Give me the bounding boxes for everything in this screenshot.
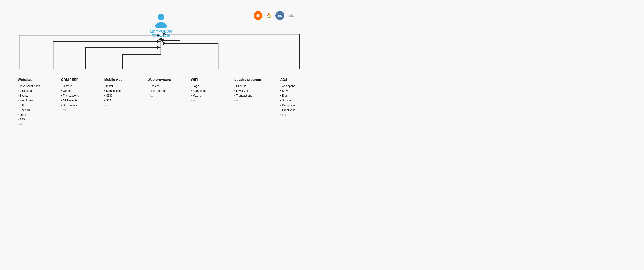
col-loyalty: Loyalty program Client id Loyalty id Tra… — [234, 78, 261, 103]
col-item: Client id — [234, 84, 261, 89]
col-item: Logs — [191, 84, 215, 89]
columns-row: Websites Java script track Clickstream E… — [0, 78, 322, 127]
col-item: Loyalty id — [234, 89, 261, 93]
col-item: Sign in logs — [104, 89, 128, 93]
col-item-etc: etc — [61, 108, 85, 113]
google-ads-logo — [264, 11, 273, 20]
col-item: Auth page — [191, 89, 215, 93]
col-item-etc: etc — [148, 93, 172, 98]
col-item: Web forms — [18, 98, 42, 103]
col-item: Creative id — [280, 108, 304, 113]
col-item: Source — [280, 98, 304, 103]
col-item: Orders — [61, 89, 85, 93]
col-wifi: WiFi Logs Auth page Mac id etc — [191, 78, 215, 103]
svg-point-2 — [268, 17, 270, 18]
profile-icon — [153, 12, 169, 28]
col-item: Local storage — [148, 89, 172, 93]
col-mobile-title: Mobile App — [104, 78, 128, 82]
col-item: Events — [18, 93, 42, 98]
col-websites: Websites Java script track Clickstream E… — [18, 78, 42, 127]
col-item: Transactions — [234, 93, 261, 98]
col-wifi-title: WiFi — [191, 78, 215, 82]
col-item: S2S — [104, 98, 128, 103]
col-item-etc: etc — [18, 122, 42, 127]
col-web-browsers-title: Web browsers — [148, 78, 172, 82]
svg-point-5 — [158, 14, 164, 20]
col-item-etc: etc — [280, 113, 304, 117]
col-loyalty-title: Loyalty program — [234, 78, 261, 82]
col-websites-title: Websites — [18, 78, 42, 82]
col-item: Bids — [280, 93, 304, 98]
col-item: Cookies — [148, 84, 172, 89]
col-item: BPF events — [61, 98, 85, 103]
svg-point-6 — [156, 22, 167, 28]
col-item: Deep link — [18, 108, 42, 113]
top-logos: ВК · etc — [254, 11, 294, 20]
col-item: UTM — [18, 103, 42, 108]
col-item: Clickstream — [18, 89, 42, 93]
col-item: S2S — [18, 117, 42, 122]
col-item: Transactions — [61, 93, 85, 98]
col-item-etc: etc — [191, 98, 215, 103]
logos-etc: · etc — [287, 14, 294, 18]
col-web-browsers: Web browsers Cookies Local storage etc — [148, 78, 172, 98]
col-crm: CRM / ERP CRM id Orders Transactions BPF… — [61, 78, 85, 113]
col-item: CRM id — [61, 84, 85, 89]
col-item: Log in — [18, 113, 42, 117]
col-item-etc: etc — [234, 98, 261, 103]
mytarget-logo — [254, 11, 262, 20]
col-item: Mac id — [191, 93, 215, 98]
col-item: Campaign — [280, 103, 304, 108]
main-container: ВК · etc ЦИФРОВОЙ ПРОФИЛЬ — [0, 0, 322, 135]
col-item-etc: etc — [104, 103, 128, 108]
col-ads-title: ADS — [280, 78, 304, 82]
profile-label: ЦИФРОВОЙ ПРОФИЛЬ — [150, 29, 172, 38]
col-item: Documents — [61, 103, 85, 108]
col-item: SDK — [104, 93, 128, 98]
col-ads: ADS Ads spend UTM Bids Source Campaign C… — [280, 78, 304, 117]
col-item: UTM — [280, 89, 304, 93]
vk-logo: ВК — [275, 11, 284, 20]
col-item: Java script track — [18, 84, 42, 89]
profile-center: ЦИФРОВОЙ ПРОФИЛЬ — [150, 12, 172, 38]
col-item: Ads spend — [280, 84, 304, 89]
col-mobile: Mobile App Install Sign in logs SDK S2S … — [104, 78, 128, 108]
col-item: Install — [104, 84, 128, 89]
col-crm-title: CRM / ERP — [61, 78, 85, 82]
